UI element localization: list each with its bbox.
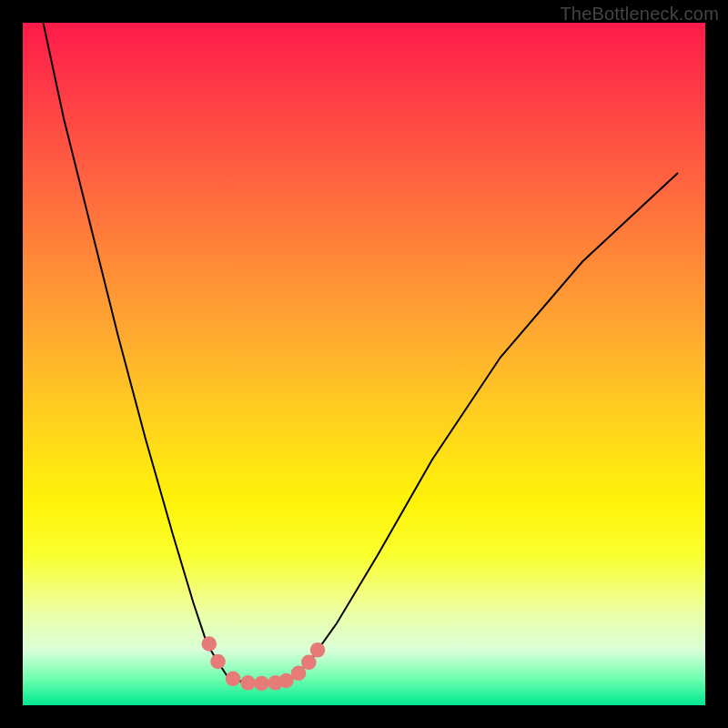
marker-group bbox=[202, 636, 326, 691]
data-marker bbox=[240, 675, 256, 691]
chart-svg bbox=[23, 23, 705, 705]
data-marker bbox=[210, 654, 226, 670]
bottleneck-curve bbox=[44, 23, 679, 683]
data-marker bbox=[254, 676, 269, 692]
data-marker bbox=[310, 642, 326, 658]
chart-area bbox=[23, 23, 705, 705]
data-marker bbox=[226, 672, 241, 687]
data-marker bbox=[202, 636, 217, 652]
data-marker bbox=[301, 655, 317, 671]
watermark-text: TheBottleneck.com bbox=[560, 4, 719, 25]
